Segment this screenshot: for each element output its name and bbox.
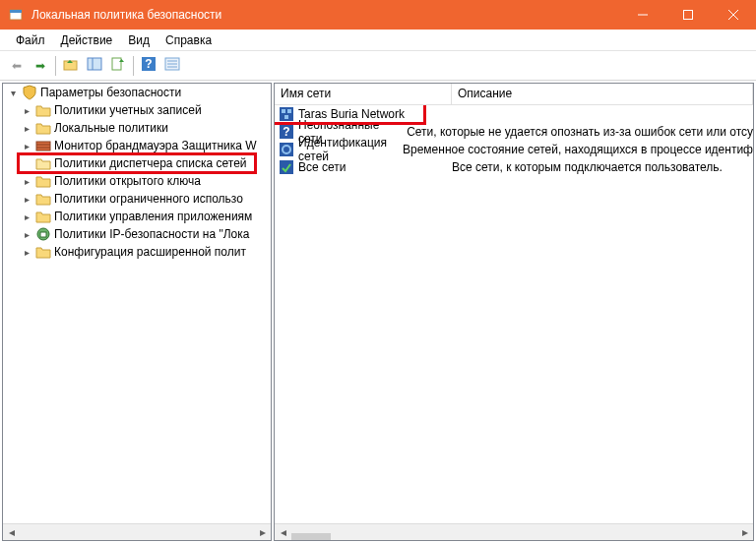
tree-item[interactable]: ▸ Политики учетных записей (3, 101, 271, 119)
tree-item-label: Политики диспетчера списка сетей (54, 156, 247, 170)
folder-icon (35, 209, 51, 224)
tree-item[interactable]: ▸ Монитор брандмауэра Защитника W (3, 137, 271, 154)
tree-item-label: Политики учетных записей (54, 103, 202, 117)
tree-item-label: Политики IP-безопасности на "Лока (54, 227, 249, 241)
list-item-desc: Все сети, к которым подключается пользов… (452, 160, 753, 174)
forward-button[interactable]: ➡ (30, 55, 51, 77)
network-all-icon (279, 159, 294, 175)
back-button[interactable]: ⬅ (6, 55, 28, 77)
toolbar-separator (55, 56, 56, 76)
ipsec-icon (35, 226, 51, 242)
tree-item-label: Политики ограниченного использо (54, 192, 243, 206)
tree-item-label: Конфигурация расширенной полит (54, 245, 246, 259)
list-panel: Имя сети Описание Taras Buria Network ? … (274, 83, 754, 541)
tree-item[interactable]: ▸ Политики открытого ключа (3, 172, 271, 190)
title-bar: Локальная политика безопасности (0, 0, 756, 30)
content-area: ▾ Параметры безопасности ▸ Политики учет… (0, 81, 756, 543)
list-header: Имя сети Описание (275, 84, 753, 105)
folder-open-icon (35, 155, 51, 171)
menu-bar: Файл Действие Вид Справка (0, 30, 756, 51)
toolbar: ⬅ ➡ ? (0, 51, 756, 81)
window-title: Локальная политика безопасности (32, 8, 620, 22)
menu-help[interactable]: Справка (158, 31, 220, 49)
list-item[interactable]: Идентификация сетей Временное состояние … (275, 141, 753, 158)
list-horizontal-scrollbar[interactable]: ◂ ▸ (275, 523, 753, 540)
close-button[interactable] (711, 0, 756, 30)
svg-rect-23 (287, 109, 291, 113)
chevron-right-icon[interactable]: ▸ (21, 176, 32, 187)
tree-panel: ▾ Параметры безопасности ▸ Политики учет… (2, 83, 272, 541)
export-button[interactable] (107, 55, 129, 77)
svg-rect-20 (40, 232, 46, 237)
list-icon (164, 56, 180, 75)
help-button[interactable]: ? (138, 55, 159, 77)
scroll-thumb[interactable] (291, 533, 331, 541)
tree-root[interactable]: ▾ Параметры безопасности (3, 84, 271, 101)
folder-up-icon (63, 56, 79, 75)
chevron-right-icon[interactable]: ▸ (21, 194, 32, 205)
chevron-right-icon[interactable]: ▸ (21, 123, 32, 134)
tree-root-label: Параметры безопасности (40, 86, 181, 99)
help-icon: ? (141, 56, 157, 75)
menu-view[interactable]: Вид (120, 31, 158, 49)
tree-item-label: Политики открытого ключа (54, 174, 201, 188)
scroll-left-icon[interactable]: ◂ (275, 524, 291, 541)
maximize-button[interactable] (665, 0, 711, 30)
toolbar-separator (133, 56, 134, 76)
svg-rect-7 (88, 58, 101, 70)
column-header-name[interactable]: Имя сети (275, 84, 452, 104)
refresh-button[interactable] (161, 55, 183, 77)
shield-icon (22, 85, 37, 100)
svg-text:?: ? (145, 57, 152, 71)
list-item-desc: Сети, которые не удается опознать из-за … (407, 125, 753, 139)
menu-action[interactable]: Действие (53, 31, 121, 49)
network-identifying-icon (279, 142, 294, 157)
arrow-left-icon: ⬅ (12, 59, 22, 73)
list-item[interactable]: Все сети Все сети, к которым подключаетс… (275, 158, 753, 176)
folder-icon (35, 120, 51, 136)
svg-rect-9 (112, 58, 121, 70)
minimize-button[interactable] (620, 0, 665, 30)
svg-rect-3 (684, 11, 693, 20)
tree-item-label: Локальные политики (54, 121, 168, 135)
scroll-left-icon[interactable]: ◂ (3, 524, 20, 541)
chevron-down-icon[interactable]: ▾ (7, 88, 19, 98)
app-icon (8, 7, 24, 23)
svg-rect-1 (10, 10, 22, 13)
chevron-right-icon[interactable]: ▸ (21, 211, 32, 222)
chevron-right-icon[interactable]: ▸ (21, 247, 32, 258)
scroll-right-icon[interactable]: ▸ (736, 524, 753, 541)
chevron-right-icon[interactable]: ▸ (21, 229, 32, 240)
folder-icon (35, 102, 51, 118)
panes-icon (87, 56, 102, 75)
tree-body[interactable]: ▾ Параметры безопасности ▸ Политики учет… (3, 84, 271, 523)
list-item-name: Все сети (298, 160, 346, 174)
firewall-icon (35, 138, 51, 153)
menu-file[interactable]: Файл (8, 31, 53, 49)
scroll-right-icon[interactable]: ▸ (254, 524, 271, 541)
tree-horizontal-scrollbar[interactable]: ◂ ▸ (3, 523, 271, 540)
show-hide-tree-button[interactable] (84, 55, 105, 77)
tree-item-label: Монитор брандмауэра Защитника W (54, 139, 257, 152)
tree-item-label: Политики управления приложениям (54, 210, 252, 223)
column-header-description[interactable]: Описание (452, 84, 753, 104)
tree-item[interactable]: ▸ Политики ограниченного использо (3, 190, 271, 208)
chevron-right-icon[interactable]: ▸ (21, 141, 32, 151)
up-button[interactable] (60, 55, 82, 77)
tree-item-selected[interactable]: Политики диспетчера списка сетей (3, 154, 271, 172)
list-item-desc: Временное состояние сетей, находящихся в… (403, 143, 753, 156)
svg-rect-29 (280, 160, 293, 174)
list-body[interactable]: Taras Buria Network ? Неопознанные сети … (275, 105, 753, 523)
arrow-right-icon: ➡ (35, 59, 45, 73)
folder-icon (35, 244, 51, 260)
tree-item[interactable]: ▸ Локальные политики (3, 119, 271, 137)
export-icon (110, 56, 126, 75)
tree-item[interactable]: ▸ Конфигурация расширенной полит (3, 243, 271, 261)
folder-icon (35, 191, 51, 207)
svg-rect-22 (282, 109, 285, 113)
chevron-right-icon[interactable]: ▸ (21, 105, 32, 116)
tree-item[interactable]: ▸ Политики IP-безопасности на "Лока (3, 225, 271, 243)
svg-rect-16 (36, 142, 50, 151)
folder-icon (35, 173, 51, 189)
tree-item[interactable]: ▸ Политики управления приложениям (3, 208, 271, 225)
